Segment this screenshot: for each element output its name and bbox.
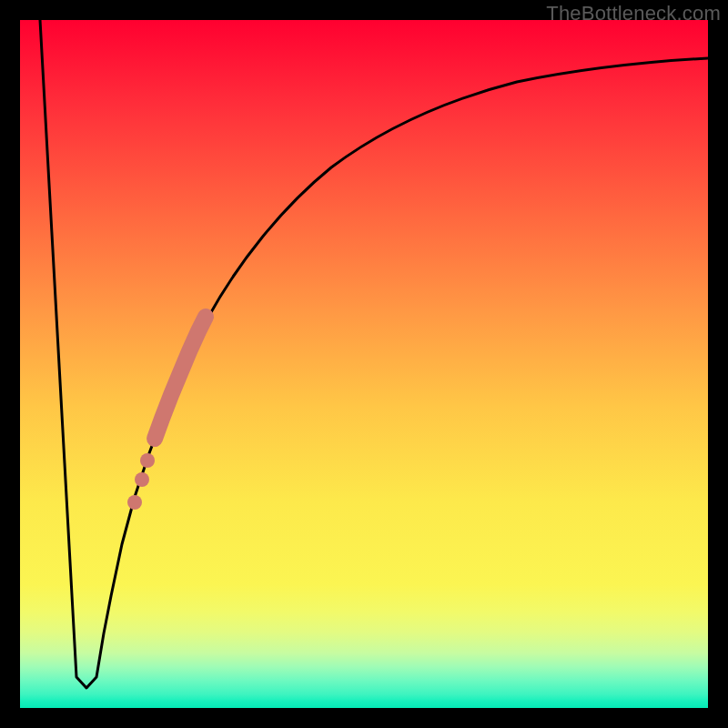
bottleneck-curve (40, 20, 708, 688)
datapoint-sparse-2 (135, 472, 149, 487)
chart-frame: TheBottleneck.com (0, 0, 728, 728)
curve-layer (20, 20, 708, 708)
datapoint-sparse-3 (140, 453, 155, 468)
watermark-text: TheBottleneck.com (546, 2, 721, 25)
plot-area (20, 20, 708, 708)
datapoint-sparse-1 (127, 495, 142, 510)
highlighted-band (155, 317, 206, 439)
